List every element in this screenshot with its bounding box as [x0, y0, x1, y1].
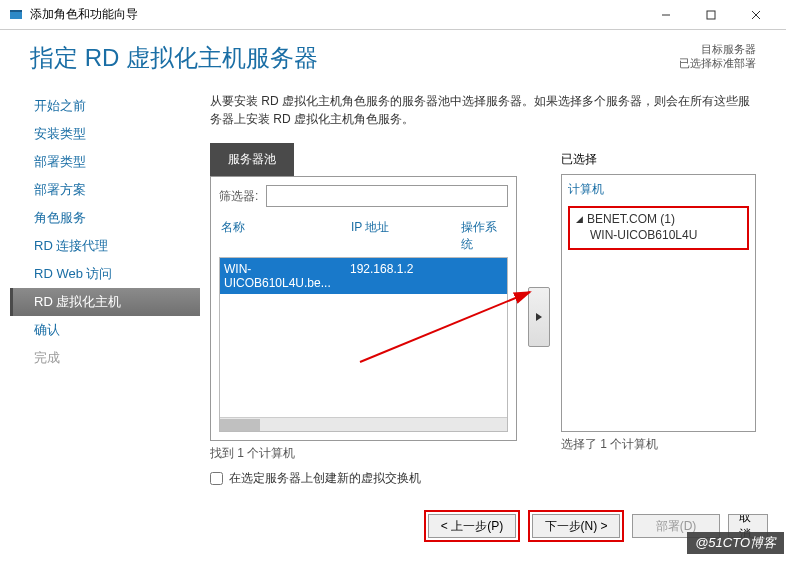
create-vswitch-checkbox[interactable]: [210, 472, 223, 485]
wizard-sidebar: 开始之前 安装类型 部署类型 部署方案 角色服务 RD 连接代理 RD Web …: [10, 82, 200, 491]
server-pool-panel: 服务器池 筛选器: 名称 IP 地址 操作系统 WIN-UICOB610L4U.…: [210, 143, 517, 491]
sidebar-item-deploy-type[interactable]: 部署类型: [10, 148, 200, 176]
minimize-button[interactable]: [643, 0, 688, 29]
header-target: 目标服务器 已选择标准部署: [679, 42, 756, 70]
arrow-right-icon: [534, 312, 544, 322]
filter-input[interactable]: [266, 185, 508, 207]
watermark: @51CTO博客: [687, 532, 784, 554]
maximize-button[interactable]: [688, 0, 733, 29]
sidebar-item-role-services[interactable]: 角色服务: [10, 204, 200, 232]
add-server-button[interactable]: [528, 287, 550, 347]
server-row[interactable]: WIN-UICOB610L4U.be... 192.168.1.2: [220, 258, 507, 294]
filter-label: 筛选器:: [219, 188, 258, 205]
prev-button[interactable]: < 上一步(P): [428, 514, 516, 538]
col-name-header[interactable]: 名称: [221, 219, 351, 253]
sidebar-item-before-begin[interactable]: 开始之前: [10, 92, 200, 120]
selected-label: 已选择: [561, 143, 756, 174]
page-title: 指定 RD 虚拟化主机服务器: [30, 42, 318, 74]
target-server-label: 目标服务器: [679, 42, 756, 56]
selected-count: 选择了 1 个计算机: [561, 432, 756, 457]
sidebar-item-deploy-scenario[interactable]: 部署方案: [10, 176, 200, 204]
server-os-cell: [460, 262, 503, 290]
horizontal-scrollbar[interactable]: [220, 417, 507, 431]
computer-header: 计算机: [568, 181, 749, 198]
sidebar-item-rd-web[interactable]: RD Web 访问: [10, 260, 200, 288]
next-button[interactable]: 下一步(N) >: [532, 514, 620, 538]
sidebar-item-rd-virtualization[interactable]: RD 虚拟化主机: [10, 288, 200, 316]
svg-rect-1: [10, 10, 22, 12]
header: 指定 RD 虚拟化主机服务器 目标服务器 已选择标准部署: [0, 30, 786, 82]
found-count: 找到 1 个计算机: [210, 441, 517, 466]
sidebar-item-install-type[interactable]: 安装类型: [10, 120, 200, 148]
server-ip-cell: 192.168.1.2: [350, 262, 460, 290]
prev-button-annotation: < 上一步(P): [424, 510, 520, 542]
selected-box: 计算机 ◢ BENET.COM (1) WIN-UICOB610L4U: [561, 174, 756, 432]
svg-marker-6: [536, 313, 542, 321]
server-grid[interactable]: WIN-UICOB610L4U.be... 192.168.1.2: [219, 257, 508, 432]
server-name-cell: WIN-UICOB610L4U.be...: [224, 262, 350, 290]
col-ip-header[interactable]: IP 地址: [351, 219, 461, 253]
col-os-header[interactable]: 操作系统: [461, 219, 506, 253]
description-text: 从要安装 RD 虚拟化主机角色服务的服务器池中选择服务器。如果选择多个服务器，则…: [210, 92, 756, 128]
titlebar: 添加角色和功能向导: [0, 0, 786, 30]
next-button-annotation: 下一步(N) >: [528, 510, 624, 542]
expand-icon: ◢: [576, 214, 583, 224]
domain-group-annotation: ◢ BENET.COM (1) WIN-UICOB610L4U: [568, 206, 749, 250]
grid-header: 名称 IP 地址 操作系统: [219, 215, 508, 257]
server-manager-icon: [8, 7, 24, 23]
domain-name: BENET.COM (1): [587, 212, 675, 226]
server-pool-tab[interactable]: 服务器池: [210, 143, 294, 176]
selected-panel: 已选择 计算机 ◢ BENET.COM (1) WIN-UICOB610L4U …: [561, 143, 756, 491]
close-button[interactable]: [733, 0, 778, 29]
main-content: 从要安装 RD 虚拟化主机角色服务的服务器池中选择服务器。如果选择多个服务器，则…: [200, 82, 776, 491]
deployment-type-label: 已选择标准部署: [679, 56, 756, 70]
create-vswitch-label: 在选定服务器上创建新的虚拟交换机: [229, 470, 421, 487]
selected-computer[interactable]: WIN-UICOB610L4U: [576, 226, 741, 244]
svg-rect-3: [707, 11, 715, 19]
domain-row[interactable]: ◢ BENET.COM (1): [576, 212, 741, 226]
sidebar-item-confirm[interactable]: 确认: [10, 316, 200, 344]
window-controls: [643, 0, 778, 29]
sidebar-item-rd-connection[interactable]: RD 连接代理: [10, 232, 200, 260]
window-title: 添加角色和功能向导: [30, 6, 643, 23]
sidebar-item-complete: 完成: [10, 344, 200, 372]
